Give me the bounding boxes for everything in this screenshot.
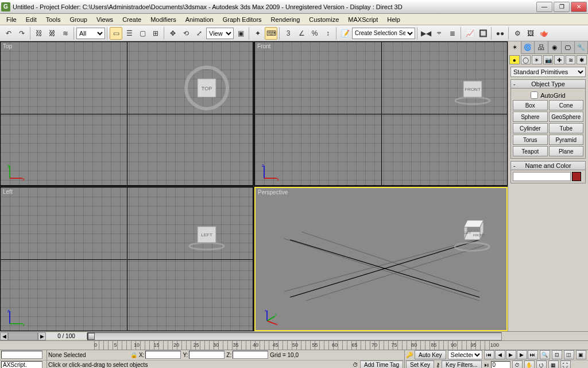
next-frame-button[interactable]: ▶ (517, 350, 527, 359)
autogrid-checkbox[interactable] (531, 91, 538, 99)
rollout-object-type[interactable]: Object Type (511, 80, 585, 89)
play-button[interactable]: ▶ (506, 350, 516, 359)
primitive-geosphere[interactable]: GeoSphere (549, 112, 584, 122)
tab-hierarchy[interactable]: 品 (535, 41, 548, 53)
nav-maxtoggle-button[interactable]: ▦ (548, 361, 559, 368)
spinner-snap-button[interactable]: ↕ (322, 27, 334, 40)
setkey-button[interactable]: Set Key (406, 361, 434, 368)
viewport-top[interactable]: Top TOP xy (0, 41, 253, 186)
nav-minmax-button[interactable]: ⛶ (560, 361, 571, 368)
select-object-button[interactable]: ▭ (110, 27, 122, 40)
redo-button[interactable]: ↷ (16, 27, 28, 40)
key-filters-button[interactable]: Key Filters... (442, 361, 482, 368)
menu-modifiers[interactable]: Modifiers (146, 15, 180, 24)
undo-button[interactable]: ↶ (2, 27, 15, 40)
nav-orbit-button[interactable]: ⭯ (536, 361, 547, 368)
tab-display[interactable]: 🖵 (562, 41, 575, 53)
tab-motion[interactable]: ◉ (548, 41, 562, 53)
goto-start-button[interactable]: ⏮ (484, 350, 494, 359)
coord-x-input[interactable] (145, 351, 181, 359)
add-time-tag-button[interactable]: Add Time Tag (360, 361, 403, 368)
rotate-button[interactable]: ⟲ (180, 27, 192, 40)
lock-icon[interactable]: 🔒 (130, 352, 137, 358)
time-tag-icon[interactable]: ⏱ (353, 362, 358, 368)
autokey-button[interactable]: Auto Key (415, 350, 446, 359)
coord-y-input[interactable] (189, 351, 225, 359)
key-marker-icon[interactable]: ⚷ (436, 362, 440, 368)
select-by-name-button[interactable]: ☰ (123, 27, 136, 40)
primitive-pyramid[interactable]: Pyramid (549, 135, 584, 145)
viewcube-left[interactable]: LEFT (184, 210, 230, 256)
subtab-helpers[interactable]: ✚ (554, 55, 564, 64)
named-selection-button[interactable]: 📝 (339, 27, 351, 40)
select-region-button[interactable]: ▢ (136, 27, 149, 40)
subtab-cameras[interactable]: 📷 (543, 55, 554, 64)
menu-help[interactable]: Help (383, 15, 404, 24)
viewport-front[interactable]: Front FRONT xz (254, 41, 508, 186)
window-crossing-button[interactable]: ⊞ (149, 27, 162, 40)
goto-end-button[interactable]: ⏭ (528, 350, 538, 359)
primitive-category-select[interactable]: Standard Primitives (510, 67, 586, 77)
prev-frame-button[interactable]: ◀ (495, 350, 505, 359)
menu-group[interactable]: Group (65, 15, 91, 24)
viewcube-perspective[interactable]: FRONT LEFT (449, 211, 495, 257)
time-config-button[interactable]: ⏱ (512, 361, 523, 368)
minimize-button[interactable]: — (536, 2, 552, 12)
menu-rendering[interactable]: Rendering (267, 15, 304, 24)
maxscript-input[interactable] (1, 351, 42, 359)
snap-button[interactable]: 3 (282, 27, 295, 40)
render-setup-button[interactable]: ⚙ (511, 27, 524, 40)
menu-edit[interactable]: Edit (22, 15, 41, 24)
nav-fov-button[interactable]: ◫ (564, 350, 574, 359)
subtab-lights[interactable]: ☀ (532, 55, 542, 64)
render-frame-button[interactable]: 🖼 (524, 27, 537, 40)
curve-editor-button[interactable]: 📈 (463, 27, 476, 40)
menu-file[interactable]: File (2, 15, 21, 24)
selection-filter-select[interactable]: All (76, 28, 105, 39)
schematic-view-button[interactable]: 🔲 (477, 27, 489, 40)
primitive-teapot[interactable]: Teapot (513, 146, 548, 156)
menu-maxscript[interactable]: MAXScript (344, 15, 382, 24)
bind-spacewarp-button[interactable]: ≋ (59, 27, 72, 40)
primitive-tube[interactable]: Tube (549, 123, 584, 133)
menu-animation[interactable]: Animation (181, 15, 218, 24)
subtab-spacewarps[interactable]: ≋ (566, 55, 576, 64)
menu-create[interactable]: Create (118, 15, 145, 24)
use-pivot-button[interactable]: ▣ (234, 27, 247, 40)
ref-coord-select[interactable]: View (206, 28, 234, 39)
primitive-plane[interactable]: Plane (549, 146, 584, 156)
subtab-systems[interactable]: ✱ (577, 55, 587, 64)
unlink-button[interactable]: ⛓̸ (46, 27, 59, 40)
primitive-sphere[interactable]: Sphere (513, 112, 548, 122)
render-button[interactable]: 🫖 (537, 27, 550, 40)
scroll-left-button[interactable]: ◀ (0, 332, 8, 340)
scale-button[interactable]: ⤢ (193, 27, 206, 40)
object-color-swatch[interactable] (572, 172, 581, 181)
nav-zoomall-button[interactable]: ⊡ (552, 350, 562, 359)
object-name-input[interactable] (513, 172, 571, 181)
link-button[interactable]: ⛓ (33, 27, 45, 40)
scroll-right-button[interactable]: ▶ (38, 332, 46, 340)
rollout-name-color[interactable]: Name and Color (511, 162, 585, 170)
keyboard-shortcut-button[interactable]: ⌨ (265, 27, 277, 40)
tab-create[interactable]: ✶ (508, 41, 521, 54)
maximize-button[interactable]: ❐ (554, 2, 570, 12)
menu-customize[interactable]: Customize (305, 15, 343, 24)
viewport-perspective[interactable]: Perspective FRONT (254, 187, 508, 331)
current-frame-input[interactable] (491, 361, 510, 368)
nav-zoom-button[interactable]: 🔍 (540, 350, 550, 359)
menu-tools[interactable]: Tools (42, 15, 65, 24)
percent-snap-button[interactable]: % (308, 27, 321, 40)
layers-button[interactable]: ≣ (446, 27, 459, 40)
primitive-cone[interactable]: Cone (549, 100, 584, 110)
viewport-left[interactable]: Left LEFT yz (0, 187, 253, 331)
keymode-select[interactable]: Selected (448, 350, 482, 359)
time-slider[interactable] (87, 332, 502, 340)
nav-pan-button[interactable]: ✋ (524, 361, 535, 368)
subtab-shapes[interactable]: ◯ (521, 55, 531, 64)
primitive-torus[interactable]: Torus (513, 135, 548, 145)
primitive-box[interactable]: Box (513, 100, 548, 110)
nav-zoomext-button[interactable]: ▣ (576, 350, 586, 359)
material-editor-button[interactable]: ●● (494, 27, 506, 40)
primitive-cylinder[interactable]: Cylinder (513, 123, 548, 133)
